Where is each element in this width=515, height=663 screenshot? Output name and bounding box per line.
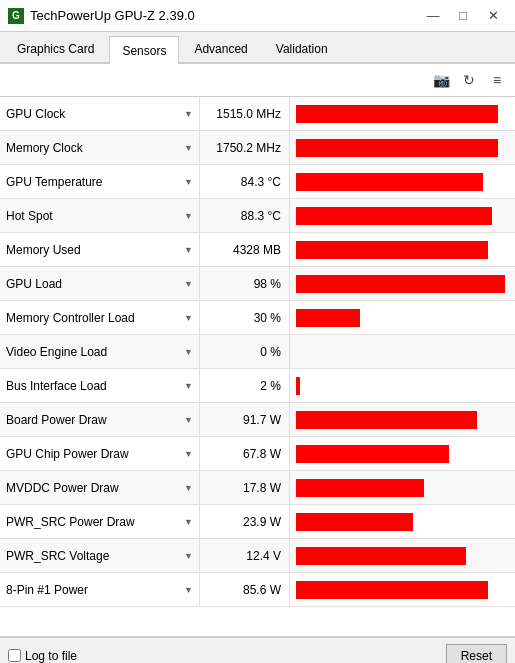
sensor-bar-container [290,471,515,504]
sensors-container: GPU Clock ▼ 1515.0 MHz Memory Clock ▼ 17… [0,97,515,637]
window-title: TechPowerUp GPU-Z 2.39.0 [30,8,195,23]
sensor-label-text: GPU Chip Power Draw [6,447,129,461]
sensor-label-text: Board Power Draw [6,413,107,427]
tab-validation[interactable]: Validation [263,34,341,62]
sensor-row: GPU Clock ▼ 1515.0 MHz [0,97,515,131]
sensor-bar-container [290,131,515,164]
sensor-bar [296,411,477,429]
sensor-bar-container [290,97,515,130]
sensor-row: Memory Clock ▼ 1750.2 MHz [0,131,515,165]
dropdown-arrow-icon: ▼ [184,517,193,527]
sensor-row: PWR_SRC Power Draw ▼ 23.9 W [0,505,515,539]
sensor-label[interactable]: GPU Chip Power Draw ▼ [0,437,200,470]
dropdown-arrow-icon: ▼ [184,381,193,391]
sensor-label[interactable]: GPU Load ▼ [0,267,200,300]
sensor-value: 88.3 °C [200,199,290,232]
reset-button[interactable]: Reset [446,644,507,664]
maximize-button[interactable]: □ [449,6,477,26]
sensor-value: 1515.0 MHz [200,97,290,130]
tab-sensors[interactable]: Sensors [109,36,179,64]
sensor-value: 85.6 W [200,573,290,606]
toolbar: 📷 ↻ ≡ [0,64,515,97]
dropdown-arrow-icon: ▼ [184,313,193,323]
sensor-label-text: Memory Clock [6,141,83,155]
sensor-label-text: PWR_SRC Voltage [6,549,109,563]
sensor-label[interactable]: Memory Clock ▼ [0,131,200,164]
sensor-bar-container [290,539,515,572]
sensor-row: PWR_SRC Voltage ▼ 12.4 V [0,539,515,573]
tab-advanced[interactable]: Advanced [181,34,260,62]
sensor-value: 17.8 W [200,471,290,504]
sensor-row: GPU Load ▼ 98 % [0,267,515,301]
sensor-label-text: Memory Used [6,243,81,257]
title-bar-left: G TechPowerUp GPU-Z 2.39.0 [8,8,195,24]
sensor-label[interactable]: Hot Spot ▼ [0,199,200,232]
log-to-file-checkbox[interactable] [8,649,21,662]
sensor-value: 4328 MB [200,233,290,266]
sensor-label[interactable]: Memory Controller Load ▼ [0,301,200,334]
sensor-label[interactable]: Memory Used ▼ [0,233,200,266]
sensor-value: 67.8 W [200,437,290,470]
sensor-value: 30 % [200,301,290,334]
dropdown-arrow-icon: ▼ [184,347,193,357]
sensor-bar [296,105,498,123]
dropdown-arrow-icon: ▼ [184,211,193,221]
sensor-label[interactable]: PWR_SRC Power Draw ▼ [0,505,200,538]
sensor-bar [296,377,300,395]
sensor-label[interactable]: Bus Interface Load ▼ [0,369,200,402]
bottom-bar: Log to file Reset [0,637,515,663]
sensor-label-text: GPU Temperature [6,175,103,189]
window-close-button[interactable]: ✕ [479,6,507,26]
title-bar: G TechPowerUp GPU-Z 2.39.0 — □ ✕ [0,0,515,32]
sensor-bar-container [290,437,515,470]
sensor-bar-container [290,267,515,300]
sensor-value: 84.3 °C [200,165,290,198]
sensor-row: MVDDC Power Draw ▼ 17.8 W [0,471,515,505]
dropdown-arrow-icon: ▼ [184,415,193,425]
sensor-bar [296,581,488,599]
sensor-bar-container [290,369,515,402]
sensor-value: 98 % [200,267,290,300]
sensor-label[interactable]: GPU Temperature ▼ [0,165,200,198]
sensor-label-text: GPU Clock [6,107,65,121]
sensor-bar [296,139,498,157]
sensor-value: 2 % [200,369,290,402]
sensor-label[interactable]: Board Power Draw ▼ [0,403,200,436]
sensor-bar [296,445,449,463]
menu-button[interactable]: ≡ [485,68,509,92]
sensor-value: 91.7 W [200,403,290,436]
sensor-bar-container [290,165,515,198]
sensor-bar-container [290,505,515,538]
sensor-value: 0 % [200,335,290,368]
dropdown-arrow-icon: ▼ [184,177,193,187]
refresh-button[interactable]: ↻ [457,68,481,92]
log-label-text: Log to file [25,649,77,663]
sensor-bar [296,173,483,191]
sensor-row: Board Power Draw ▼ 91.7 W [0,403,515,437]
sensor-label[interactable]: PWR_SRC Voltage ▼ [0,539,200,572]
sensor-value: 1750.2 MHz [200,131,290,164]
sensor-label[interactable]: GPU Clock ▼ [0,97,200,130]
dropdown-arrow-icon: ▼ [184,483,193,493]
sensor-bar-container [290,573,515,606]
sensor-bar-container [290,301,515,334]
sensor-bar [296,479,424,497]
sensor-bar [296,241,488,259]
dropdown-arrow-icon: ▼ [184,109,193,119]
sensor-label[interactable]: 8-Pin #1 Power ▼ [0,573,200,606]
tab-graphics-card[interactable]: Graphics Card [4,34,107,62]
sensor-bar-container [290,233,515,266]
sensor-row: 8-Pin #1 Power ▼ 85.6 W [0,573,515,607]
sensor-label-text: Hot Spot [6,209,53,223]
sensor-label-text: Memory Controller Load [6,311,135,325]
minimize-button[interactable]: — [419,6,447,26]
camera-button[interactable]: 📷 [429,68,453,92]
dropdown-arrow-icon: ▼ [184,551,193,561]
log-to-file-label[interactable]: Log to file [8,649,77,663]
sensor-label[interactable]: MVDDC Power Draw ▼ [0,471,200,504]
sensor-label-text: Bus Interface Load [6,379,107,393]
sensor-label[interactable]: Video Engine Load ▼ [0,335,200,368]
sensor-row: Bus Interface Load ▼ 2 % [0,369,515,403]
tabs-bar: Graphics Card Sensors Advanced Validatio… [0,32,515,64]
sensor-bar [296,275,505,293]
